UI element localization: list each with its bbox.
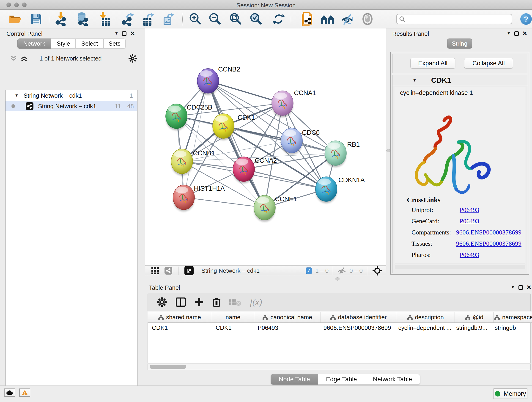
network-badge-gray-icon[interactable] bbox=[165, 267, 172, 274]
fit-content-crosshair-icon[interactable] bbox=[373, 266, 382, 275]
section-expander-icon[interactable]: ▼ bbox=[413, 78, 417, 83]
column-namespace-icon bbox=[407, 315, 413, 320]
table-cell[interactable]: stringdb bbox=[491, 323, 530, 333]
expand-all-button[interactable]: Expand All bbox=[410, 58, 455, 69]
help-button[interactable]: ? bbox=[520, 13, 532, 25]
close-panel-icon[interactable]: ✕ bbox=[522, 31, 527, 36]
float-panel-icon[interactable] bbox=[519, 285, 523, 290]
cloud-button[interactable] bbox=[4, 389, 15, 397]
column-header-shared-name[interactable]: shared name bbox=[147, 312, 212, 322]
zoom-out-button[interactable] bbox=[208, 12, 222, 26]
column-header--id[interactable]: @id bbox=[455, 312, 494, 322]
collection-label: String Network – cdk1 bbox=[24, 92, 82, 99]
collapse-all-button[interactable]: Collapse All bbox=[464, 58, 513, 69]
float-panel-icon[interactable] bbox=[514, 32, 519, 36]
glass-ball-button[interactable] bbox=[361, 12, 374, 26]
node-RB1[interactable]: RB1 bbox=[325, 141, 360, 167]
tab-network[interactable]: Network bbox=[17, 38, 51, 49]
table-cell[interactable]: CDK1 bbox=[211, 323, 253, 333]
table-cell[interactable]: 9606.ENSP00000378699 bbox=[319, 323, 394, 333]
float-panel-icon[interactable] bbox=[122, 32, 127, 36]
node-CCNA2[interactable]: CCNA2 bbox=[233, 157, 277, 183]
table-row[interactable]: CDK1CDK1P064939606.ENSP00000378699cyclin… bbox=[148, 323, 530, 333]
crosslink-link[interactable]: P06493 bbox=[460, 206, 479, 214]
hidden-eye-icon[interactable] bbox=[337, 267, 346, 274]
table-cell[interactable]: P06493 bbox=[254, 323, 319, 333]
tree-expander-icon[interactable]: ▼ bbox=[15, 93, 19, 98]
crosslink-link[interactable]: P06493 bbox=[460, 217, 479, 225]
table-cell[interactable]: stringdb:9... bbox=[452, 323, 491, 333]
import-table-button[interactable] bbox=[97, 12, 111, 26]
tab-select[interactable]: Select bbox=[76, 38, 104, 49]
network-graph[interactable]: CCNB2CCNA1CDC25BCDK1CDC6RB1CCNB1CCNA2CDK… bbox=[145, 28, 386, 265]
gene-section-header[interactable]: ▼ CDK1 bbox=[393, 75, 528, 86]
network-collection-row[interactable]: ▼ String Network – cdk1 1 bbox=[6, 90, 137, 101]
close-panel-icon[interactable]: ✕ bbox=[130, 31, 135, 36]
birdseye-view-button[interactable] bbox=[184, 266, 194, 275]
node-HIST1H1A[interactable]: HIST1H1A bbox=[173, 185, 225, 211]
node-CCNE1[interactable]: CCNE1 bbox=[254, 195, 297, 222]
network-options-gear-icon[interactable] bbox=[128, 54, 137, 63]
column-header-name[interactable]: name bbox=[212, 312, 254, 322]
horizontal-splitter-handle[interactable] bbox=[336, 277, 340, 281]
close-panel-icon[interactable]: ✕ bbox=[526, 285, 532, 290]
zoom-selected-button[interactable] bbox=[249, 12, 263, 26]
warnings-button[interactable] bbox=[19, 389, 30, 397]
column-header-canonical-name[interactable]: canonical name bbox=[254, 312, 321, 322]
search-input[interactable] bbox=[396, 14, 512, 24]
column-header-description[interactable]: description bbox=[396, 312, 455, 322]
collapse-panel-icon[interactable]: ▼ bbox=[114, 31, 119, 36]
crosslink-link[interactable]: 9606.ENSP00000378699 bbox=[456, 240, 521, 247]
add-column-icon[interactable] bbox=[195, 298, 204, 307]
column-header-database-identifier[interactable]: database identifier bbox=[321, 312, 396, 322]
collapse-panel-icon[interactable]: ▼ bbox=[511, 285, 515, 290]
import-network-database-button[interactable] bbox=[75, 12, 89, 26]
crosslink-link[interactable]: 9606.ENSP00000378699 bbox=[456, 229, 521, 236]
hide-labels-button[interactable] bbox=[340, 12, 354, 26]
node-CDK1[interactable]: CDK1 bbox=[213, 114, 255, 140]
node-CCNA1[interactable]: CCNA1 bbox=[272, 89, 316, 117]
crosslink-link[interactable]: P06493 bbox=[460, 251, 479, 259]
memory-button[interactable]: Memory bbox=[494, 389, 527, 399]
string-import-button[interactable] bbox=[300, 12, 314, 26]
table-settings-gear-icon[interactable] bbox=[157, 297, 167, 307]
string-home-button[interactable] bbox=[321, 12, 334, 26]
apply-layout-button[interactable] bbox=[272, 12, 285, 26]
column-header-namespace[interactable]: namespace bbox=[494, 312, 532, 322]
edge-CCNB2-CCNA1[interactable] bbox=[208, 81, 283, 103]
import-network-file-button[interactable] bbox=[54, 12, 68, 26]
export-image-button[interactable] bbox=[161, 12, 175, 26]
export-network-button[interactable] bbox=[121, 12, 135, 26]
save-session-button[interactable] bbox=[29, 12, 43, 26]
collapse-all-icon[interactable] bbox=[10, 56, 17, 61]
results-scrollbar[interactable] bbox=[395, 265, 525, 269]
edge-HIST1H1A-CCNE1[interactable] bbox=[184, 197, 265, 208]
tab-style[interactable]: Style bbox=[51, 38, 76, 49]
delete-column-trash-icon[interactable] bbox=[212, 297, 221, 307]
toolbar-separator bbox=[49, 12, 49, 26]
node-CDKN1A[interactable]: CDKN1A bbox=[316, 176, 365, 203]
edge-CCNB2-HIST1H1A[interactable] bbox=[184, 81, 208, 197]
expand-all-icon[interactable] bbox=[21, 56, 27, 61]
table-horizontal-scrollbar[interactable] bbox=[147, 364, 531, 370]
tab-edge-table[interactable]: Edge Table bbox=[318, 374, 365, 385]
table-cell[interactable]: CDK1 bbox=[148, 323, 211, 333]
zoom-in-button[interactable] bbox=[188, 12, 202, 26]
tab-sets[interactable]: Sets bbox=[104, 38, 126, 49]
export-table-button[interactable] bbox=[141, 12, 155, 26]
show-columns-icon[interactable] bbox=[176, 298, 186, 307]
scrollbar-thumb[interactable] bbox=[150, 365, 186, 369]
open-session-button[interactable] bbox=[8, 12, 22, 26]
tab-node-table[interactable]: Node Table bbox=[271, 374, 318, 385]
collapse-panel-icon[interactable]: ▼ bbox=[507, 31, 511, 36]
tab-network-table[interactable]: Network Table bbox=[365, 374, 420, 385]
network-canvas[interactable]: CCNB2CCNA1CDC25BCDK1CDC6RB1CCNB1CCNA2CDK… bbox=[145, 28, 386, 265]
grid-view-icon[interactable] bbox=[151, 267, 159, 274]
tab-string[interactable]: String bbox=[447, 38, 472, 49]
selected-nodes-checkbox[interactable]: ✓ bbox=[306, 268, 312, 274]
table-cell[interactable]: cyclin–dependent ... bbox=[394, 323, 452, 333]
node-CDC6[interactable]: CDC6 bbox=[281, 128, 320, 155]
network-row[interactable]: String Network – cdk1 11 48 bbox=[6, 101, 137, 111]
node-CCNB1[interactable]: CCNB1 bbox=[171, 149, 215, 176]
zoom-fit-button[interactable] bbox=[228, 12, 242, 26]
